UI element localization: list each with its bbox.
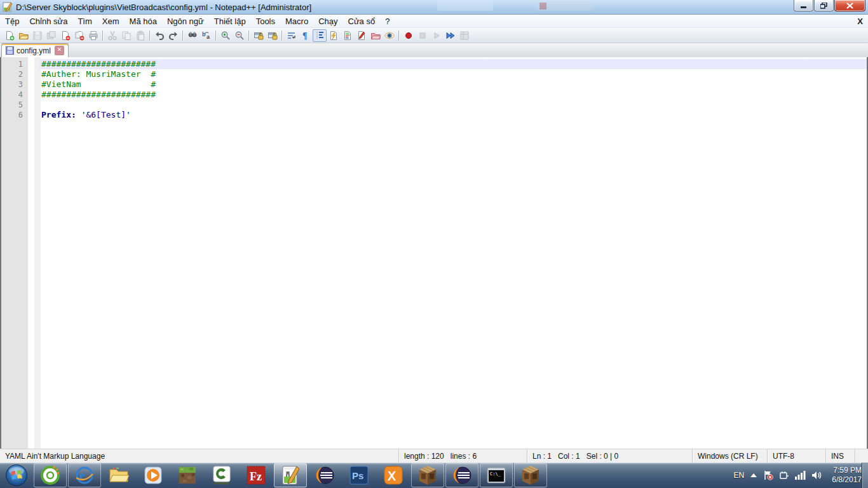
restore-button[interactable] — [814, 0, 834, 11]
macro-stop-icon[interactable] — [416, 29, 430, 42]
define-language-icon[interactable] — [355, 29, 369, 42]
open-file-icon[interactable] — [17, 29, 31, 42]
editor-line-3[interactable]: 3#VietNam # — [1, 79, 867, 90]
document-map-icon[interactable] — [341, 29, 355, 42]
editor-line-4[interactable]: 4####################### — [1, 90, 867, 100]
save-all-icon[interactable] — [44, 29, 58, 42]
taskbar-minecraft-server-window-2[interactable] — [514, 463, 547, 487]
cut-icon[interactable] — [105, 29, 119, 42]
menu-item-1[interactable]: Tệp — [0, 15, 24, 27]
toolbar-separator — [248, 30, 250, 41]
paste-icon[interactable] — [133, 29, 147, 42]
taskbar-photoshop[interactable]: Ps — [342, 463, 376, 488]
macro-run-multiple-icon[interactable] — [444, 29, 458, 42]
taskbar-filezilla[interactable]: Fz — [239, 463, 273, 488]
menu-item-3[interactable]: Tìm — [72, 15, 97, 27]
editor-line-2[interactable]: 2#Auther: MusriMaster # — [1, 69, 867, 79]
close-all-icon[interactable] — [72, 29, 86, 42]
taskbar: eFzPsꓫC:\_ EN 7:59 PM 6/8/2017 — [0, 463, 868, 488]
word-wrap-icon[interactable] — [285, 29, 299, 42]
taskbar-minecraft-server-window-1[interactable] — [411, 463, 444, 487]
indent-guide-icon[interactable] — [313, 29, 327, 42]
taskbar-windows-explorer[interactable] — [102, 463, 136, 488]
minimize-button[interactable] — [794, 0, 813, 11]
statusbar-encoding: UTF-8 — [768, 449, 826, 463]
line-number: 5 — [1, 100, 23, 110]
action-center-flag-icon[interactable] — [763, 470, 773, 480]
explorer-icon — [109, 467, 129, 484]
macro-play-icon[interactable] — [430, 29, 444, 42]
wmp-icon — [144, 466, 163, 485]
menu-item-5[interactable]: Mã hóa — [125, 15, 162, 27]
menu-item-8[interactable]: Tools — [251, 15, 280, 27]
save-file-icon[interactable] — [31, 29, 44, 42]
taskbar-coccoc-browser[interactable] — [34, 463, 67, 487]
menu-item-4[interactable]: Xem — [97, 15, 125, 27]
close-button[interactable] — [834, 0, 865, 11]
folder-as-workspace-icon[interactable] — [369, 29, 383, 42]
notepad-plus-plus-icon — [3, 2, 13, 12]
hidden-icons-arrow-icon[interactable] — [750, 473, 757, 478]
menu-item-6[interactable]: Ngôn ngữ — [162, 15, 209, 27]
camtasia-icon — [212, 466, 231, 485]
token-str: '&6[Test]' — [81, 110, 131, 119]
taskbar-internet-explorer[interactable]: e — [68, 463, 101, 487]
zoom-out-icon[interactable] — [233, 29, 247, 42]
tab-close-icon[interactable]: ✕ — [55, 46, 64, 55]
taskbar-camtasia[interactable] — [205, 463, 239, 488]
show-all-characters-icon[interactable]: ¶ — [299, 29, 313, 42]
close-document-x[interactable]: X — [857, 17, 863, 26]
menu-bar: TệpChỉnh sửaTìmXemMã hóaNgôn ngữThiết lậ… — [0, 15, 868, 28]
menu-item-10[interactable]: Chạy — [313, 15, 342, 27]
power-plug-icon[interactable] — [779, 470, 789, 480]
close-file-icon[interactable] — [58, 29, 72, 42]
copy-icon[interactable] — [119, 29, 133, 42]
redo-icon[interactable] — [166, 29, 180, 42]
clock-time: 7:59 PM — [832, 466, 862, 475]
monitoring-eye-icon[interactable] — [383, 29, 397, 42]
editor-line-5[interactable]: 5 — [1, 100, 867, 110]
svg-text:a: a — [207, 34, 210, 40]
taskbar-clock[interactable]: 7:59 PM 6/8/2017 — [832, 466, 862, 485]
menu-item-12[interactable]: ? — [380, 15, 395, 27]
macro-save-icon[interactable] — [458, 29, 471, 42]
tab-config-yml[interactable]: config.yml ✕ — [1, 43, 69, 57]
taskbar-notepad-plus-plus[interactable] — [274, 463, 307, 487]
new-file-icon[interactable] — [3, 29, 17, 42]
desktop: D:\Server Skyblock\plugins\VietBroadcast… — [0, 0, 868, 488]
taskbar-command-prompt[interactable]: C:\_ — [480, 463, 513, 487]
zoom-in-icon[interactable] — [219, 29, 233, 42]
svg-text:C:\_: C:\_ — [490, 471, 501, 477]
line-number: 2 — [1, 69, 23, 79]
volume-speaker-icon[interactable] — [811, 471, 822, 480]
macro-record-icon[interactable] — [402, 29, 416, 42]
menu-item-2[interactable]: Chỉnh sửa — [24, 15, 72, 27]
editor-line-1[interactable]: 1####################### — [1, 59, 867, 69]
taskbar-minecraft[interactable] — [170, 463, 205, 488]
taskbar-windows-media-player[interactable] — [136, 463, 170, 488]
statusbar-eol-format: Windows (CR LF) — [693, 449, 768, 463]
function-list-icon[interactable] — [327, 29, 341, 42]
editor-area[interactable]: 1#######################2#Auther: MusriM… — [0, 57, 868, 449]
statusbar-cursor-position: Ln : 1 Col : 1 Sel : 0 | 0 — [527, 449, 693, 463]
coccoc-icon — [41, 466, 60, 485]
sync-horizontal-scroll-icon[interactable] — [266, 29, 280, 42]
taskbar-xampp[interactable]: ꓫ — [376, 463, 410, 488]
sync-vertical-scroll-icon[interactable] — [252, 29, 266, 42]
find-icon[interactable] — [186, 29, 200, 42]
taskbar-eclipse[interactable] — [308, 463, 342, 488]
taskbar-start-button[interactable] — [0, 463, 33, 488]
language-indicator[interactable]: EN — [734, 471, 745, 480]
replace-icon[interactable]: ba — [200, 29, 214, 42]
svg-text:b: b — [202, 31, 206, 37]
print-icon[interactable] — [86, 29, 100, 42]
menu-item-11[interactable]: Cửa sổ — [343, 15, 381, 27]
editor-line-6[interactable]: 6Prefix: '&6[Test]' — [1, 110, 867, 120]
undo-icon[interactable] — [153, 29, 166, 42]
network-signal-icon[interactable] — [795, 471, 806, 480]
menu-item-9[interactable]: Macro — [280, 15, 313, 27]
taskbar-eclipse-window[interactable] — [445, 463, 478, 487]
show-desktop-button[interactable] — [862, 463, 868, 488]
toolbar-separator — [102, 30, 104, 41]
menu-item-7[interactable]: Thiết lập — [209, 15, 251, 27]
